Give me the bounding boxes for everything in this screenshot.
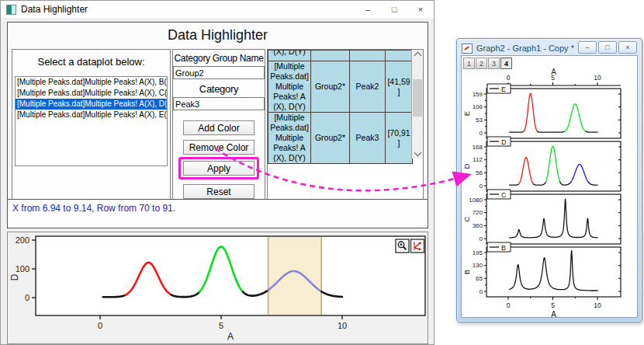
preview-chart-panel: 01002000510AD <box>7 232 428 344</box>
svg-text:C: C <box>501 191 507 199</box>
table-row: [Multiple Peaks.dat] Multiple Peaks! A (… <box>268 61 413 113</box>
graph-client-area: 1234 0510A053106159EE056112168DD03607201… <box>461 55 638 318</box>
scroll-down-icon[interactable] <box>414 149 421 157</box>
zoom-in-icon[interactable] <box>396 239 409 253</box>
category-input[interactable] <box>173 97 265 110</box>
dataplot-listbox[interactable]: [Multiple Peaks.dat]Multiple Peaks! A(X)… <box>15 76 168 166</box>
layer-tab-2[interactable]: 2 <box>476 57 487 69</box>
svg-text:0: 0 <box>480 183 483 190</box>
layer-tab-1[interactable]: 1 <box>463 57 475 69</box>
svg-text:720: 720 <box>473 209 483 216</box>
svg-text:56: 56 <box>476 169 483 176</box>
svg-text:C: C <box>462 216 471 221</box>
svg-text:112: 112 <box>473 156 483 163</box>
layer-tab-3[interactable]: 3 <box>488 57 500 69</box>
category-group-input[interactable] <box>173 66 265 79</box>
svg-text:D: D <box>501 138 507 146</box>
graph-close-button[interactable]: × <box>618 41 637 54</box>
dataplot-list-label: Select a dataplot below: <box>12 56 170 68</box>
svg-text:B: B <box>501 244 506 252</box>
svg-text:65: 65 <box>476 275 483 282</box>
table-scrollbar[interactable] <box>411 50 423 159</box>
dataplot-item[interactable]: [Multiple Peaks.dat]Multiple Peaks! A(X)… <box>16 77 167 88</box>
panel-E[interactable] <box>486 89 621 138</box>
svg-text:0: 0 <box>98 321 102 330</box>
scroll-up-icon[interactable] <box>414 52 421 60</box>
table-cell-clipped[interactable] <box>311 51 350 61</box>
graph-window-title: Graph2 - Graph1 - Copy * <box>476 44 574 53</box>
table-cell-clipped[interactable]: (X), D(Y) <box>268 51 311 61</box>
graph-restore-button[interactable]: □ <box>598 41 617 54</box>
panel-B[interactable] <box>486 247 621 297</box>
svg-text:0: 0 <box>480 288 483 295</box>
rescale-icon[interactable] <box>411 239 424 253</box>
graph-window-icon <box>462 44 473 54</box>
window-title: Data Highlighter <box>21 4 88 15</box>
scrollbar-thumb[interactable] <box>413 79 422 117</box>
app-icon <box>6 5 16 15</box>
category-table-panel: (X), D(Y)[Multiple Peaks.dat] Multiple P… <box>267 49 424 200</box>
graph-minimize-button[interactable]: – <box>578 41 597 54</box>
svg-text:10: 10 <box>594 74 601 82</box>
data-highlighter-window: Data Highlighter – □ × Data Highlighter … <box>0 0 435 345</box>
controls-row: Select a dataplot below: [Multiple Peaks… <box>12 49 424 200</box>
add-color-button[interactable]: Add Color <box>183 120 254 135</box>
desktop: Data Highlighter – □ × Data Highlighter … <box>0 0 644 345</box>
svg-text:D: D <box>9 274 20 281</box>
maximize-button[interactable]: □ <box>381 1 407 18</box>
svg-text:E: E <box>462 111 471 116</box>
dataplot-panel: Select a dataplot below: [Multiple Peaks… <box>12 49 171 200</box>
dataplot-item[interactable]: [Multiple Peaks.dat]Multiple Peaks! A(X)… <box>16 99 167 110</box>
svg-text:5: 5 <box>219 321 223 330</box>
reset-button[interactable]: Reset <box>183 184 254 199</box>
svg-text:0: 0 <box>507 74 511 82</box>
svg-text:159: 159 <box>473 91 483 98</box>
table-cell[interactable]: [Multiple Peaks.dat] Multiple Peaks! A (… <box>268 113 311 164</box>
category-group-label: Category Group Name <box>173 53 265 64</box>
dataplot-item[interactable]: [Multiple Peaks.dat]Multiple Peaks! A(X)… <box>16 110 167 120</box>
table-cell[interactable]: [Multiple Peaks.dat] Multiple Peaks! A (… <box>268 61 311 113</box>
status-text: X from 6.94 to 9.14, Row from 70 to 91. <box>12 203 175 214</box>
dialog-titlebar[interactable]: Data Highlighter – □ × <box>1 1 434 18</box>
apply-highlight-ring: Apply <box>178 157 259 179</box>
svg-text:A: A <box>227 331 234 342</box>
table-cell[interactable]: Group2* <box>311 61 350 113</box>
table-cell[interactable]: Peak3 <box>350 113 386 164</box>
panel-C[interactable] <box>486 194 621 244</box>
svg-text:10: 10 <box>338 321 347 330</box>
svg-text:53: 53 <box>476 117 483 124</box>
svg-text:B: B <box>462 270 471 274</box>
category-label: Category <box>173 83 265 95</box>
table-row: [Multiple Peaks.dat] Multiple Peaks! A (… <box>268 113 413 164</box>
svg-text:E: E <box>501 85 506 93</box>
close-button[interactable]: × <box>407 1 434 18</box>
graph-titlebar[interactable]: Graph2 - Graph1 - Copy * – □ × <box>457 39 642 56</box>
svg-text:0: 0 <box>480 130 483 137</box>
table-cell[interactable]: Peak2 <box>350 61 386 113</box>
dialog-heading: Data Highlighter <box>8 23 428 48</box>
layer-tab-4[interactable]: 4 <box>500 57 512 69</box>
table-cell[interactable]: Group2* <box>311 113 350 164</box>
svg-text:A: A <box>551 68 556 76</box>
svg-text:168: 168 <box>473 144 483 151</box>
main-panel: Data Highlighter Select a dataplot below… <box>7 22 428 228</box>
svg-text:D: D <box>462 163 471 169</box>
layer-tabs: 1234 <box>463 57 512 69</box>
svg-text:0: 0 <box>507 301 511 309</box>
preview-chart[interactable]: 01002000510AD <box>8 232 428 343</box>
category-table: (X), D(Y)[Multiple Peaks.dat] Multiple P… <box>268 50 413 164</box>
svg-text:195: 195 <box>473 249 483 256</box>
remove-color-button[interactable]: Remove Color <box>183 140 254 155</box>
table-cell-clipped[interactable] <box>386 51 413 61</box>
graph-window: Graph2 - Graph1 - Copy * – □ × 1234 0510… <box>456 38 642 322</box>
svg-text:130: 130 <box>473 262 483 269</box>
table-cell[interactable]: [41,59] <box>386 61 413 113</box>
dataplot-item[interactable]: [Multiple Peaks.dat]Multiple Peaks! A(X)… <box>16 88 167 99</box>
stacked-graph[interactable]: 0510A053106159EE056112168DD03607201080CC… <box>462 68 640 320</box>
svg-text:360: 360 <box>473 222 483 229</box>
table-cell-clipped[interactable] <box>350 51 386 61</box>
svg-text:1080: 1080 <box>469 197 483 204</box>
apply-button[interactable]: Apply <box>183 161 254 176</box>
table-cell[interactable]: [70,91] <box>386 113 413 164</box>
minimize-button[interactable]: – <box>355 1 381 18</box>
